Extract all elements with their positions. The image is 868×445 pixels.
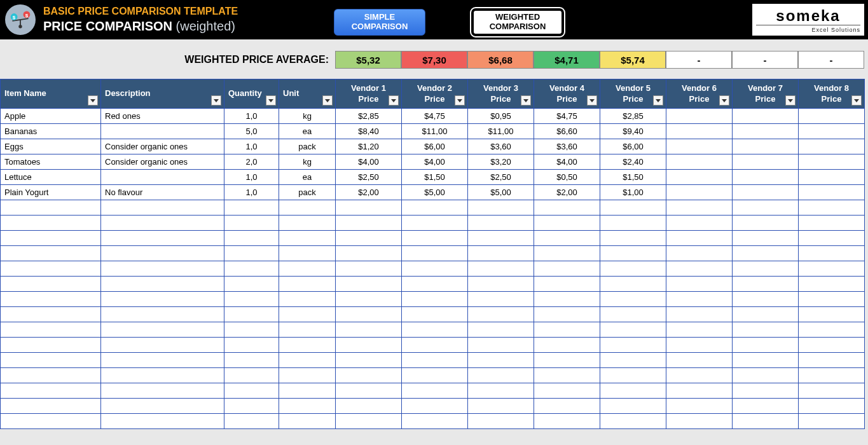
empty-cell[interactable]: [799, 338, 865, 353]
empty-cell[interactable]: [799, 307, 865, 322]
empty-cell[interactable]: [279, 353, 336, 368]
cell-vendor-4-price[interactable]: $0,50: [534, 170, 600, 185]
empty-cell[interactable]: [279, 307, 336, 322]
empty-cell[interactable]: [402, 414, 468, 429]
empty-cell[interactable]: [101, 307, 224, 322]
tab-weighted-comparison[interactable]: WEIGHTED COMPARISON: [472, 9, 563, 36]
col-header-quantity[interactable]: Quantity: [224, 79, 279, 109]
cell-vendor-6-price[interactable]: [666, 170, 733, 185]
empty-cell[interactable]: [666, 399, 733, 414]
col-header-vendor-2[interactable]: Vendor 2Price: [402, 79, 468, 109]
cell-item[interactable]: Plain Yogurt: [1, 185, 101, 200]
empty-cell[interactable]: [600, 322, 666, 338]
empty-cell[interactable]: [468, 246, 534, 261]
filter-dropdown-icon[interactable]: [266, 95, 276, 106]
cell-vendor-3-price[interactable]: $11,00: [468, 124, 534, 139]
empty-cell[interactable]: [224, 338, 279, 353]
empty-cell[interactable]: [336, 399, 402, 414]
cell-vendor-8-price[interactable]: [799, 139, 865, 154]
empty-cell[interactable]: [799, 322, 865, 338]
empty-cell[interactable]: [600, 231, 666, 246]
empty-cell[interactable]: [666, 338, 733, 353]
cell-vendor-7-price[interactable]: [733, 139, 799, 154]
empty-cell[interactable]: [534, 399, 600, 414]
cell-unit[interactable]: kg: [279, 109, 336, 124]
cell-vendor-4-price[interactable]: $2,00: [534, 185, 600, 200]
empty-cell[interactable]: [101, 277, 224, 292]
empty-cell[interactable]: [1, 277, 101, 292]
empty-cell[interactable]: [279, 277, 336, 292]
empty-cell[interactable]: [600, 338, 666, 353]
cell-description[interactable]: Red ones: [101, 109, 224, 124]
cell-description[interactable]: Consider organic ones: [101, 139, 224, 154]
empty-cell[interactable]: [534, 414, 600, 429]
cell-vendor-3-price[interactable]: $3,60: [468, 139, 534, 154]
empty-cell[interactable]: [534, 200, 600, 216]
cell-vendor-5-price[interactable]: $2,40: [600, 154, 666, 170]
empty-cell[interactable]: [799, 399, 865, 414]
empty-cell[interactable]: [1, 414, 101, 429]
empty-cell[interactable]: [600, 399, 666, 414]
empty-cell[interactable]: [468, 216, 534, 231]
empty-cell[interactable]: [666, 383, 733, 399]
empty-cell[interactable]: [224, 200, 279, 216]
empty-cell[interactable]: [600, 292, 666, 307]
empty-cell[interactable]: [666, 414, 733, 429]
cell-description[interactable]: [101, 124, 224, 139]
cell-vendor-7-price[interactable]: [733, 154, 799, 170]
cell-item[interactable]: Eggs: [1, 139, 101, 154]
empty-cell[interactable]: [534, 368, 600, 383]
empty-cell[interactable]: [799, 414, 865, 429]
col-header-vendor-8[interactable]: Vendor 8Price: [799, 79, 865, 109]
tab-simple-comparison[interactable]: SIMPLE COMPARISON: [334, 9, 425, 36]
cell-description[interactable]: No flavour: [101, 185, 224, 200]
empty-cell[interactable]: [336, 277, 402, 292]
filter-dropdown-icon[interactable]: [851, 95, 862, 106]
empty-cell[interactable]: [600, 383, 666, 399]
cell-vendor-8-price[interactable]: [799, 124, 865, 139]
empty-cell[interactable]: [468, 307, 534, 322]
empty-cell[interactable]: [799, 292, 865, 307]
empty-cell[interactable]: [224, 216, 279, 231]
empty-cell[interactable]: [666, 200, 733, 216]
empty-cell[interactable]: [799, 246, 865, 261]
empty-cell[interactable]: [101, 322, 224, 338]
empty-cell[interactable]: [534, 322, 600, 338]
empty-cell[interactable]: [600, 261, 666, 277]
empty-cell[interactable]: [101, 383, 224, 399]
empty-cell[interactable]: [279, 261, 336, 277]
cell-vendor-2-price[interactable]: $6,00: [402, 139, 468, 154]
empty-cell[interactable]: [101, 261, 224, 277]
empty-cell[interactable]: [733, 261, 799, 277]
empty-cell[interactable]: [279, 338, 336, 353]
empty-cell[interactable]: [101, 353, 224, 368]
empty-cell[interactable]: [1, 292, 101, 307]
cell-vendor-7-price[interactable]: [733, 124, 799, 139]
empty-cell[interactable]: [402, 200, 468, 216]
cell-vendor-1-price[interactable]: $1,20: [336, 139, 402, 154]
empty-cell[interactable]: [733, 338, 799, 353]
cell-vendor-5-price[interactable]: $1,50: [600, 170, 666, 185]
col-header-unit[interactable]: Unit: [279, 79, 336, 109]
cell-vendor-3-price[interactable]: $5,00: [468, 185, 534, 200]
empty-cell[interactable]: [1, 368, 101, 383]
empty-cell[interactable]: [402, 399, 468, 414]
filter-dropdown-icon[interactable]: [719, 95, 729, 106]
cell-vendor-1-price[interactable]: $2,00: [336, 185, 402, 200]
empty-cell[interactable]: [402, 292, 468, 307]
cell-vendor-3-price[interactable]: $2,50: [468, 170, 534, 185]
cell-vendor-2-price[interactable]: $11,00: [402, 124, 468, 139]
empty-cell[interactable]: [1, 261, 101, 277]
empty-cell[interactable]: [1, 353, 101, 368]
empty-cell[interactable]: [733, 246, 799, 261]
empty-cell[interactable]: [600, 200, 666, 216]
empty-cell[interactable]: [799, 353, 865, 368]
empty-cell[interactable]: [336, 414, 402, 429]
cell-description[interactable]: [101, 170, 224, 185]
empty-cell[interactable]: [733, 231, 799, 246]
empty-cell[interactable]: [224, 368, 279, 383]
empty-cell[interactable]: [279, 414, 336, 429]
cell-vendor-6-price[interactable]: [666, 109, 733, 124]
cell-vendor-8-price[interactable]: [799, 109, 865, 124]
empty-cell[interactable]: [402, 307, 468, 322]
